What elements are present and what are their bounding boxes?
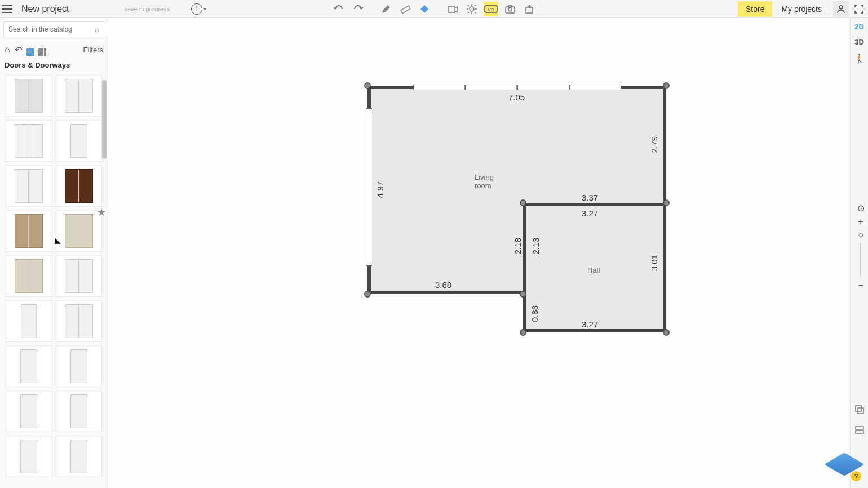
my-projects-button[interactable]: My projects — [773, 1, 830, 17]
user-account-button[interactable] — [833, 1, 849, 17]
wall-node[interactable] — [364, 82, 371, 89]
paint-tool-icon[interactable] — [417, 2, 432, 16]
help-badge: ? — [851, 471, 861, 481]
sidebar-scrollbar[interactable] — [102, 80, 107, 159]
star-icon: ★ — [97, 206, 106, 219]
floors-icon[interactable] — [854, 425, 865, 437]
layers-icon[interactable] — [854, 405, 865, 417]
wall-node[interactable] — [520, 291, 526, 298]
catalog-item[interactable] — [6, 391, 52, 432]
snapshot-button[interactable] — [503, 2, 517, 16]
search-icon[interactable]: ⌕ — [95, 25, 99, 34]
search-input[interactable] — [8, 25, 95, 33]
catalog-item[interactable] — [6, 210, 52, 252]
help-cube-button[interactable]: ? — [833, 453, 861, 481]
wall-node[interactable] — [663, 199, 670, 206]
catalog-grid: ★ — [0, 72, 108, 480]
catalog-item[interactable] — [56, 165, 103, 207]
svg-point-2 — [470, 7, 474, 11]
view-2d-button[interactable]: 2D — [854, 23, 864, 31]
svg-rect-1 — [448, 7, 455, 12]
zoom-slider[interactable] — [860, 243, 861, 277]
dimension-label: 2.79 — [649, 136, 659, 153]
save-status-text: save in progress — [124, 6, 170, 12]
dimension-label: 3.68 — [435, 280, 451, 290]
fullscreen-button[interactable] — [852, 2, 866, 16]
svg-line-8 — [475, 12, 476, 13]
back-icon[interactable]: ↶ — [15, 45, 22, 55]
zoom-controls: ⊙ ＋ ○ − — [856, 203, 866, 291]
catalog-item[interactable] — [6, 75, 52, 117]
grid-large-icon[interactable] — [26, 44, 34, 56]
wall-node[interactable] — [520, 329, 526, 336]
sidebar-nav-row: ⌂ ↶ Filters — [0, 41, 108, 59]
window-segment[interactable] — [413, 85, 621, 90]
wall-node[interactable] — [663, 329, 670, 336]
dimension-label: 0.88 — [530, 305, 539, 322]
top-left-group: New project save in progress 1 ▾ — [2, 3, 206, 15]
room-label-living: Living room — [475, 173, 494, 190]
canvas-area[interactable]: 7.05 2.79 4.97 3.37 3.27 2.18 2.13 3.01 … — [108, 18, 850, 488]
svg-rect-19 — [858, 408, 863, 414]
catalog-item[interactable] — [6, 165, 52, 207]
door-opening[interactable] — [366, 108, 372, 266]
catalog-item[interactable] — [6, 120, 52, 162]
zoom-out-icon[interactable]: − — [856, 281, 866, 291]
catalog-item[interactable] — [56, 255, 103, 297]
svg-rect-21 — [856, 431, 863, 433]
zoom-fit-icon[interactable]: ○ — [856, 230, 866, 240]
svg-point-17 — [839, 6, 843, 9]
undo-button[interactable] — [331, 2, 346, 16]
catalog-item[interactable] — [56, 75, 103, 117]
svg-text:VR: VR — [488, 7, 494, 12]
dimension-label: 3.27 — [582, 208, 598, 218]
catalog-sidebar: ⌕ ⌂ ↶ Filters Doors & Doorways ★ — [0, 18, 108, 488]
export-button[interactable] — [522, 2, 537, 16]
camera-tool-icon[interactable] — [445, 2, 460, 16]
catalog-item[interactable] — [56, 300, 103, 342]
vr-button[interactable]: VR — [484, 2, 498, 16]
dimension-label: 7.05 — [508, 92, 525, 102]
room-label-hall: Hall — [587, 266, 600, 274]
filters-link[interactable]: Filters — [83, 46, 103, 54]
catalog-item[interactable] — [56, 345, 103, 387]
catalog-item[interactable] — [56, 120, 103, 162]
dimension-label: 3.27 — [582, 320, 598, 329]
walk-view-icon[interactable]: 🚶 — [854, 53, 865, 64]
catalog-item[interactable] — [56, 391, 103, 432]
zoom-center-icon[interactable]: ⊙ — [856, 203, 866, 213]
catalog-item[interactable] — [6, 345, 52, 387]
chevron-down-icon: ▾ — [203, 6, 206, 12]
dimension-label: 3.37 — [582, 193, 598, 202]
dimension-label: 3.01 — [649, 255, 659, 271]
project-title[interactable]: New project — [21, 4, 69, 14]
top-right-group: Store My projects — [738, 1, 866, 17]
ruler-tool-icon[interactable] — [398, 2, 413, 16]
redo-button[interactable] — [351, 2, 365, 16]
hamburger-menu-icon[interactable] — [2, 5, 12, 13]
view-3d-button[interactable]: 3D — [854, 38, 864, 46]
svg-rect-18 — [856, 406, 861, 411]
zoom-in-icon[interactable]: ＋ — [856, 216, 866, 227]
dimension-label: 2.18 — [513, 238, 522, 254]
store-button[interactable]: Store — [738, 1, 772, 17]
wall-node[interactable] — [364, 291, 371, 298]
pencil-tool-icon[interactable] — [379, 2, 393, 16]
catalog-item[interactable] — [6, 300, 52, 342]
catalog-item[interactable] — [6, 255, 52, 297]
category-title: Doors & Doorways — [0, 59, 108, 72]
home-icon[interactable]: ⌂ — [5, 45, 10, 55]
svg-line-9 — [468, 12, 469, 13]
svg-point-14 — [508, 8, 512, 11]
catalog-item[interactable] — [6, 436, 52, 477]
wall-node[interactable] — [520, 199, 526, 206]
wall-node[interactable] — [663, 82, 670, 89]
sun-tool-icon[interactable] — [464, 2, 479, 16]
top-toolbar: New project save in progress 1 ▾ VR Stor… — [0, 0, 868, 18]
catalog-item[interactable]: ★ — [56, 210, 103, 252]
grid-small-icon[interactable] — [38, 43, 46, 56]
center-toolbar: VR — [331, 2, 537, 16]
catalog-item[interactable] — [56, 436, 103, 477]
svg-line-10 — [475, 5, 476, 6]
help-dropdown[interactable]: 1 ▾ — [191, 3, 206, 15]
